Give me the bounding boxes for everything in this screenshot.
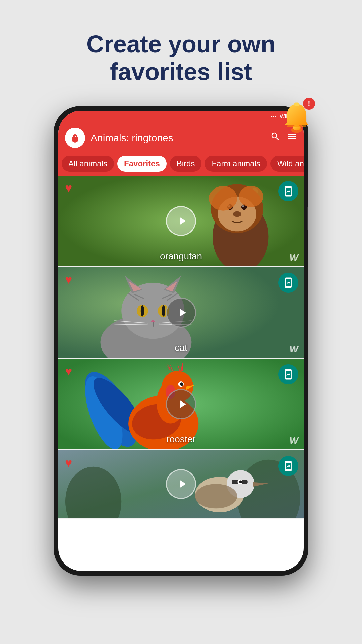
tab-birds[interactable]: Birds bbox=[170, 156, 202, 172]
favorite-btn-orangutan[interactable]: ♥ bbox=[65, 181, 72, 195]
status-bar: ▪▪▪ WiFi ■ bbox=[58, 111, 304, 123]
animal-name-cat: cat bbox=[175, 342, 187, 353]
ringtone-btn-bird[interactable] bbox=[278, 456, 298, 476]
wiki-btn-rooster[interactable]: W bbox=[290, 435, 298, 446]
ringtone-btn-orangutan[interactable] bbox=[278, 181, 298, 201]
app-logo bbox=[65, 128, 85, 148]
svg-point-67 bbox=[239, 480, 242, 483]
animal-card-rooster: ♥ rooster W bbox=[58, 359, 304, 449]
animal-card-orangutan: ♥ orangutan W bbox=[58, 176, 304, 266]
favorite-btn-rooster[interactable]: ♥ bbox=[65, 364, 72, 378]
ringtone-btn-cat[interactable] bbox=[278, 273, 298, 293]
play-btn-cat[interactable] bbox=[166, 298, 196, 328]
bell-badge: ! bbox=[303, 98, 315, 110]
ringtone-btn-rooster[interactable] bbox=[278, 364, 298, 384]
animal-name-rooster: rooster bbox=[166, 434, 195, 445]
app-header: Animals: ringtones bbox=[58, 123, 304, 153]
play-btn-rooster[interactable] bbox=[166, 389, 196, 419]
svg-point-68 bbox=[195, 484, 237, 508]
rooster-logo-icon bbox=[69, 132, 81, 144]
svg-point-7 bbox=[75, 136, 76, 137]
svg-point-55 bbox=[180, 382, 183, 386]
play-btn-bird[interactable] bbox=[166, 469, 196, 499]
headline: Create your own favorites list bbox=[64, 30, 298, 86]
wiki-btn-orangutan[interactable]: W bbox=[290, 252, 298, 263]
animal-name-orangutan: orangutan bbox=[160, 251, 202, 262]
tab-all-animals[interactable]: All animals bbox=[62, 156, 114, 172]
svg-point-20 bbox=[209, 186, 237, 210]
animal-card-cat: ♥ cat W bbox=[58, 267, 304, 358]
tab-favorites[interactable]: Favorites bbox=[117, 156, 167, 172]
phone-mockup: ! ▪▪▪ WiFi ■ bbox=[54, 106, 308, 576]
animals-list: ♥ orangutan W bbox=[58, 176, 304, 519]
favorite-btn-bird[interactable]: ♥ bbox=[65, 456, 72, 470]
power-button bbox=[307, 207, 308, 230]
svg-point-19 bbox=[233, 211, 241, 217]
category-tabs: All animals Favorites Birds Farm animals… bbox=[58, 153, 304, 176]
tab-wild-animals[interactable]: Wild an... bbox=[270, 156, 304, 172]
favorite-btn-cat[interactable]: ♥ bbox=[65, 273, 72, 287]
animal-card-bird: ♥ bbox=[58, 450, 304, 518]
bell-notification[interactable]: ! bbox=[275, 96, 318, 140]
play-btn-orangutan[interactable] bbox=[166, 206, 196, 236]
svg-point-35 bbox=[141, 305, 144, 316]
svg-rect-1 bbox=[294, 102, 299, 106]
wiki-btn-cat[interactable]: W bbox=[290, 344, 298, 355]
app-title: Animals: ringtones bbox=[90, 132, 265, 144]
volume-up-button bbox=[54, 193, 54, 210]
volume-down-button bbox=[54, 217, 54, 247]
svg-point-21 bbox=[239, 186, 263, 207]
phone-frame: ▪▪▪ WiFi ■ Animals: ringtones bbox=[54, 106, 308, 576]
silent-button bbox=[54, 254, 54, 284]
phone-screen: ▪▪▪ WiFi ■ Animals: ringtones bbox=[58, 111, 304, 571]
svg-point-36 bbox=[162, 305, 165, 316]
svg-point-18 bbox=[242, 205, 244, 207]
tab-farm-animals[interactable]: Farm animals bbox=[205, 156, 267, 172]
